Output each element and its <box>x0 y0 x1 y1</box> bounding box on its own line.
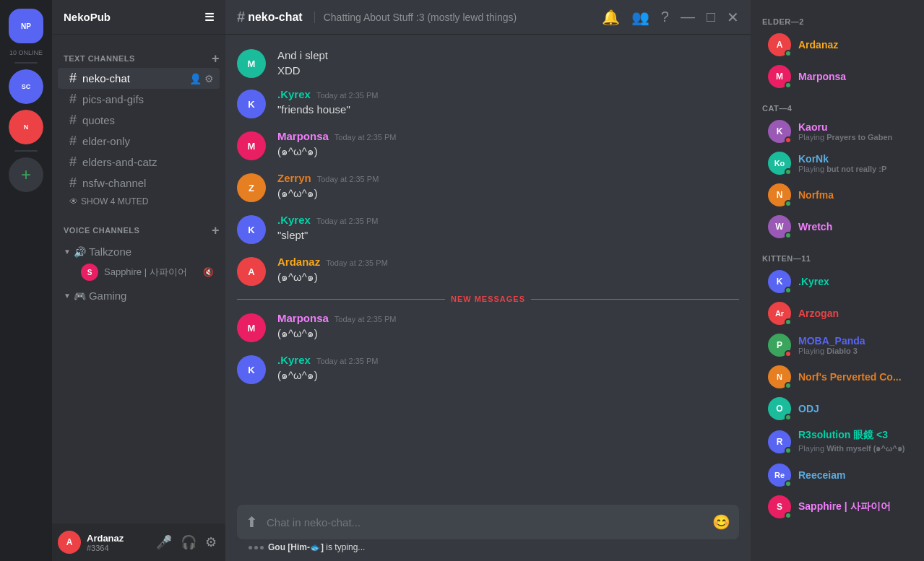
message-header: .Kyrex Today at 2:35 PM <box>277 214 739 226</box>
member-ardanaz[interactable]: A Ardanaz <box>756 29 918 61</box>
message-content: Marponsa Today at 2:35 PM (๑^ω^๑) <box>277 312 739 342</box>
member-info: Sapphire | 사파이어 <box>798 500 907 513</box>
channel-item-pics-and-gifs[interactable]: # pics-and-gifs <box>58 89 220 110</box>
mic-button[interactable]: 🎤 <box>153 531 175 553</box>
message-text: (๑^ω^๑) <box>277 269 739 284</box>
message-author[interactable]: Marponsa <box>277 312 329 324</box>
voice-channel-gaming: ▼ 🎮 Gaming <box>58 287 220 305</box>
message-author[interactable]: Marponsa <box>277 130 329 142</box>
status-dot <box>785 82 792 89</box>
message-header: Marponsa Today at 2:35 PM <box>277 312 739 324</box>
chat-input[interactable] <box>267 508 704 536</box>
members-section-elder: ELDER—2 <box>751 12 924 29</box>
member-kyrex[interactable]: K .Kyrex <box>756 266 918 297</box>
add-voice-channel-button[interactable]: + <box>212 224 220 237</box>
member-sapphire[interactable]: S Sapphire | 사파이어 <box>756 491 918 523</box>
voice-channels-header[interactable]: VOICE CHANNELS + <box>52 212 225 240</box>
message-time: Today at 2:35 PM <box>334 133 397 142</box>
gaming-icon: 🎮 <box>74 290 86 302</box>
message-8: K .Kyrex Today at 2:35 PM (๑^ω^๑) <box>225 351 751 387</box>
server-icon-2[interactable]: SC <box>9 69 43 104</box>
message-6: A Ardanaz Today at 2:35 PM (๑^ω^๑) <box>225 253 751 289</box>
member-info: MOBA_Panda Playing Diablo 3 <box>798 335 907 355</box>
channel-item-elders-and-catz[interactable]: # elders-and-catz <box>58 152 220 173</box>
server-icon-nekopub[interactable]: NP <box>9 9 43 43</box>
close-icon[interactable]: ✕ <box>727 9 739 26</box>
voice-channel-gaming-header[interactable]: ▼ 🎮 Gaming <box>58 287 220 305</box>
message-7: M Marponsa Today at 2:35 PM (๑^ω^๑) <box>225 309 751 345</box>
status-dot <box>785 232 792 239</box>
voice-channel-talkzone-header[interactable]: ▼ 🔊 Talkzone <box>58 243 220 261</box>
member-moba-panda[interactable]: P MOBA_Panda Playing Diablo 3 <box>756 329 918 361</box>
minimize-icon[interactable]: — <box>681 9 695 25</box>
headphone-button[interactable]: 🎧 <box>178 531 199 553</box>
members-icon[interactable]: 👥 <box>631 9 649 26</box>
member-name-reeceiam: Reeceiam <box>798 469 907 481</box>
member-r3solution[interactable]: R R3solution 眼鏡 <3 Playing With myself (… <box>756 425 918 459</box>
channel-name: elders-and-catz <box>82 156 157 168</box>
members-section-kitten: KITTEN—11 <box>751 243 924 266</box>
channel-item-nsfw[interactable]: # nsfw-channel <box>58 173 220 193</box>
typing-indicator: Gou [Him-🐟] is typing... <box>237 539 739 555</box>
status-dot <box>785 136 792 144</box>
user-info: Ardanaz #3364 <box>87 533 147 552</box>
channel-item-elder-only[interactable]: # elder-only <box>58 131 220 152</box>
message-content: .Kyrex Today at 2:35 PM "slept" <box>277 214 739 244</box>
status-dot <box>785 512 792 519</box>
hash-icon: # <box>69 92 77 107</box>
member-odj[interactable]: O ODJ <box>756 393 918 425</box>
message-author[interactable]: Zerryn <box>277 172 311 184</box>
channel-name: nsfw-channel <box>82 177 146 189</box>
member-activity-r3solution: Playing With myself (๑^ω^๑) <box>798 442 907 455</box>
emoji-icon[interactable]: 😊 <box>709 505 733 539</box>
member-name-kornk: KorNk <box>798 153 907 165</box>
bell-icon[interactable]: 🔔 <box>602 9 620 26</box>
voice-icon: 🔊 <box>74 246 86 258</box>
member-norfs[interactable]: N Norf's Perverted Co... <box>756 361 918 393</box>
status-dot <box>785 414 792 421</box>
channel-item-neko-chat[interactable]: # neko-chat 👤 ⚙ <box>58 68 220 89</box>
member-kaoru[interactable]: K Kaoru Playing Prayers to Gaben <box>756 116 918 147</box>
settings-button[interactable]: ⚙ <box>202 531 220 553</box>
member-activity-kaoru: Playing Prayers to Gaben <box>798 133 907 142</box>
message-author[interactable]: .Kyrex <box>277 88 311 100</box>
voice-user-sapphire[interactable]: S Sapphire | 사파이어 🔇 <box>58 261 220 284</box>
message-author[interactable]: Ardanaz <box>277 256 320 268</box>
member-arzogan[interactable]: Ar Arzogan <box>756 297 918 329</box>
member-name-wretch: Wretch <box>798 221 907 232</box>
message-author[interactable]: .Kyrex <box>277 214 311 226</box>
message-content: Marponsa Today at 2:35 PM (๑^ω^๑) <box>277 130 739 160</box>
message-time: Today at 2:35 PM <box>334 315 397 323</box>
message-text: (๑^ω^๑) <box>277 144 739 159</box>
message-content: Ardanaz Today at 2:35 PM (๑^ω^๑) <box>277 256 739 286</box>
server-icon-3[interactable]: N <box>9 110 43 144</box>
help-icon[interactable]: ? <box>661 9 669 25</box>
show-muted-button[interactable]: 👁 SHOW 4 MUTED <box>58 193 220 209</box>
message-time: Today at 2:35 PM <box>316 357 379 365</box>
channel-icons: 👤 ⚙ <box>189 73 214 84</box>
message-header: .Kyrex Today at 2:35 PM <box>277 354 739 366</box>
member-info: Kaoru Playing Prayers to Gaben <box>798 121 907 142</box>
member-marponsa[interactable]: M Marponsa <box>756 61 918 92</box>
server-header[interactable]: NekoPub ☰ <box>52 0 225 35</box>
message-3: M Marponsa Today at 2:35 PM (๑^ω^๑) <box>225 127 751 163</box>
member-info: .Kyrex <box>798 276 907 287</box>
member-wretch[interactable]: W Wretch <box>756 211 918 243</box>
member-norfma[interactable]: N Norfma <box>756 179 918 211</box>
text-channels-header[interactable]: TEXT CHANNELS + <box>52 40 225 68</box>
message-4: Z Zerryn Today at 2:35 PM (๑^ω^๑) <box>225 169 751 205</box>
hamburger-icon[interactable]: ☰ <box>204 11 214 24</box>
gear-icon[interactable]: ⚙ <box>204 73 214 84</box>
member-kornk[interactable]: Ko KorNk Playing but not really :P <box>756 147 918 179</box>
member-avatar-kyrex: K <box>768 270 791 293</box>
members-section-cat: CAT—4 <box>751 92 924 116</box>
member-reeceiam[interactable]: Re Reeceiam <box>756 459 918 491</box>
add-server-button[interactable]: + <box>9 157 43 192</box>
upload-icon[interactable]: ⬆ <box>243 505 261 539</box>
message-author[interactable]: .Kyrex <box>277 354 311 366</box>
add-channel-button[interactable]: + <box>212 52 220 65</box>
maximize-icon[interactable]: □ <box>707 9 715 25</box>
channel-item-quotes[interactable]: # quotes <box>58 110 220 131</box>
eye-icon: 👁 <box>69 196 78 206</box>
invite-icon[interactable]: 👤 <box>189 73 202 84</box>
